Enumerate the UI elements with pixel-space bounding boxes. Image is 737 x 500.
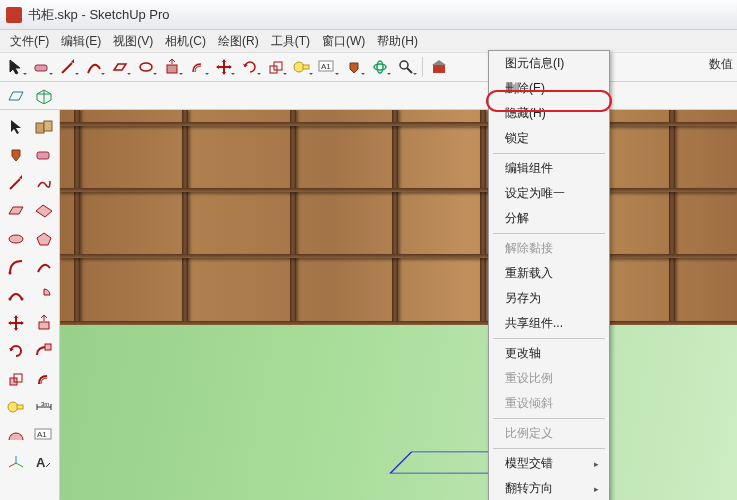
tape-tool[interactable]: [290, 55, 314, 79]
ctx-make-unique[interactable]: 设定为唯一: [489, 181, 609, 206]
menu-bar: 文件(F) 编辑(E) 视图(V) 相机(C) 绘图(R) 工具(T) 窗口(W…: [0, 30, 737, 52]
arc-side[interactable]: [3, 254, 29, 280]
offset-tool[interactable]: [186, 55, 210, 79]
paint-bucket-side[interactable]: [3, 142, 29, 168]
3dtext-side[interactable]: A: [31, 450, 57, 476]
ctx-separator: [493, 448, 605, 449]
2pt-arc-side[interactable]: [31, 254, 57, 280]
rotate-tool[interactable]: [238, 55, 262, 79]
ctx-delete[interactable]: 删除(E): [489, 76, 609, 101]
axes-side[interactable]: [3, 450, 29, 476]
toolbar-separator: [422, 57, 423, 77]
pencil-side[interactable]: [3, 170, 29, 196]
svg-rect-13: [36, 123, 44, 133]
rotate-side[interactable]: [3, 338, 29, 364]
model-viewport[interactable]: [60, 110, 737, 500]
ctx-separator: [493, 153, 605, 154]
offset-side[interactable]: [31, 366, 57, 392]
ctx-reset-scale: 重设比例: [489, 366, 609, 391]
tape-side[interactable]: [3, 394, 29, 420]
ctx-entity-info[interactable]: 图元信息(I): [489, 51, 609, 76]
window-title: 书柜.skp - SketchUp Pro: [28, 6, 170, 24]
ctx-unglue: 解除黏接: [489, 236, 609, 261]
arc-tool[interactable]: [82, 55, 106, 79]
menu-window[interactable]: 窗口(W): [316, 31, 371, 52]
circle-side[interactable]: [3, 226, 29, 252]
pushpull-tool[interactable]: [160, 55, 184, 79]
scale-tool[interactable]: [264, 55, 288, 79]
ctx-scale-definition: 比例定义: [489, 421, 609, 446]
ctx-lock[interactable]: 锁定: [489, 126, 609, 151]
svg-rect-14: [44, 121, 52, 131]
wireframe-icon[interactable]: [4, 84, 28, 108]
freehand-side[interactable]: [31, 170, 57, 196]
ctx-save-as[interactable]: 另存为: [489, 286, 609, 311]
menu-file[interactable]: 文件(F): [4, 31, 55, 52]
ctx-intersect[interactable]: 模型交错: [489, 451, 609, 476]
pie-side[interactable]: [31, 282, 57, 308]
followme-side[interactable]: [31, 338, 57, 364]
menu-tools[interactable]: 工具(T): [265, 31, 316, 52]
rotated-rect-side[interactable]: [31, 198, 57, 224]
ctx-hide[interactable]: 隐藏(H): [489, 101, 609, 126]
side-toolbox: 3m A1 A: [0, 110, 60, 500]
orbit-tool[interactable]: [368, 55, 392, 79]
text-side[interactable]: A1: [31, 422, 57, 448]
component-tool-side[interactable]: [31, 114, 57, 140]
svg-text:A1: A1: [321, 62, 331, 71]
svg-point-17: [8, 272, 11, 275]
svg-rect-0: [35, 65, 47, 71]
menu-help[interactable]: 帮助(H): [371, 31, 424, 52]
protractor-side[interactable]: [3, 422, 29, 448]
context-menu: 图元信息(I) 删除(E) 隐藏(H) 锁定 编辑组件 设定为唯一 分解 解除黏…: [488, 50, 610, 500]
svg-point-19: [20, 298, 23, 301]
svg-point-9: [374, 64, 386, 70]
ctx-flip[interactable]: 翻转方向: [489, 476, 609, 500]
menu-view[interactable]: 视图(V): [107, 31, 159, 52]
eraser-tool[interactable]: [30, 55, 54, 79]
svg-rect-12: [433, 65, 445, 73]
ground-plane: [60, 325, 737, 501]
svg-rect-21: [45, 344, 51, 350]
zoom-tool[interactable]: [394, 55, 418, 79]
ctx-separator: [493, 338, 605, 339]
scene: [60, 110, 737, 500]
warehouse-icon[interactable]: [427, 55, 451, 79]
ctx-share-component[interactable]: 共享组件...: [489, 311, 609, 336]
select-tool-side[interactable]: [3, 114, 29, 140]
menu-edit[interactable]: 编辑(E): [55, 31, 107, 52]
move-side[interactable]: [3, 310, 29, 336]
measurements-label: 数值: [709, 56, 733, 73]
ctx-explode[interactable]: 分解: [489, 206, 609, 231]
scale-side[interactable]: [3, 366, 29, 392]
svg-rect-2: [167, 65, 177, 73]
svg-rect-15: [37, 152, 49, 159]
paint-tool[interactable]: [342, 55, 366, 79]
select-tool[interactable]: [4, 55, 28, 79]
isometric-icon[interactable]: [32, 84, 56, 108]
main-toolbar: A1: [0, 52, 737, 82]
rect-tool[interactable]: [108, 55, 132, 79]
move-tool[interactable]: [212, 55, 236, 79]
secondary-toolbar: [0, 82, 737, 110]
3pt-arc-side[interactable]: [3, 282, 29, 308]
polygon-side[interactable]: [31, 226, 57, 252]
svg-text:A1: A1: [37, 430, 47, 439]
title-bar: 书柜.skp - SketchUp Pro: [0, 0, 737, 30]
menu-camera[interactable]: 相机(C): [159, 31, 212, 52]
workspace: 3m A1 A: [0, 110, 737, 500]
circle-tool[interactable]: [134, 55, 158, 79]
rect-side[interactable]: [3, 198, 29, 224]
svg-text:A: A: [36, 455, 46, 470]
ctx-separator: [493, 233, 605, 234]
line-tool[interactable]: [56, 55, 80, 79]
pushpull-side[interactable]: [31, 310, 57, 336]
ctx-change-axes[interactable]: 更改轴: [489, 341, 609, 366]
menu-draw[interactable]: 绘图(R): [212, 31, 265, 52]
ctx-reset-skew: 重设倾斜: [489, 391, 609, 416]
text-tool[interactable]: A1: [316, 55, 340, 79]
ctx-reload[interactable]: 重新载入: [489, 261, 609, 286]
ctx-edit-component[interactable]: 编辑组件: [489, 156, 609, 181]
eraser-side[interactable]: [31, 142, 57, 168]
dimension-side[interactable]: 3m: [31, 394, 57, 420]
